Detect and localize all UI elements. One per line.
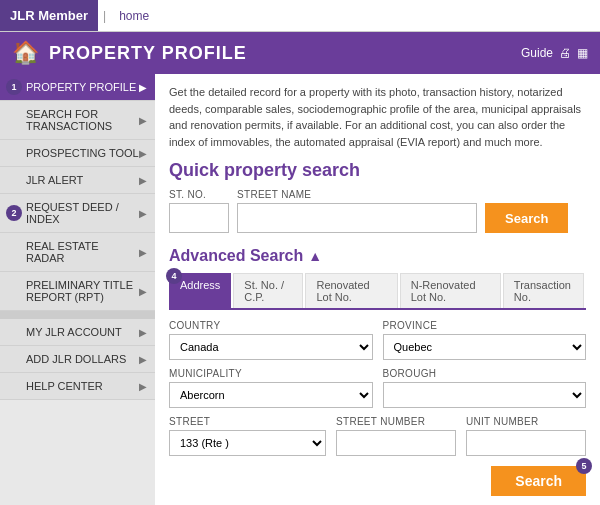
- municipality-label: MUNICIPALITY: [169, 368, 373, 379]
- street-row: STREET 133 (Rte ) STREET NUMBER UNIT NUM…: [169, 416, 586, 456]
- municipality-select[interactable]: Abercorn: [169, 382, 373, 408]
- arrow-icon: ▶: [139, 286, 147, 297]
- country-select[interactable]: Canada: [169, 334, 373, 360]
- borough-label: BOROUGH: [383, 368, 587, 379]
- street-number-label: STREET NUMBER: [336, 416, 456, 427]
- arrow-icon: ▶: [139, 148, 147, 159]
- sidebar-label: ADD JLR DOLLARS: [26, 353, 126, 365]
- tabs-wrapper: 4 Address St. No. / C.P. Renovated Lot N…: [169, 273, 586, 320]
- arrow-icon: ▶: [139, 354, 147, 365]
- sidebar: 1 PROPERTY PROFILE ▶ SEARCH FOR TRANSACT…: [0, 74, 155, 505]
- province-select[interactable]: Quebec: [383, 334, 587, 360]
- arrow-icon: ▶: [139, 247, 147, 258]
- advanced-search-button-label: Search: [515, 473, 562, 489]
- page-title: PROPERTY PROFILE: [49, 43, 521, 64]
- arrow-icon: ▶: [139, 175, 147, 186]
- street-name-label: STREET NAME: [237, 189, 477, 200]
- borough-group: BOROUGH: [383, 368, 587, 408]
- print-icon[interactable]: 🖨: [559, 46, 571, 60]
- quick-search-button[interactable]: Search: [485, 203, 568, 233]
- street-number-input[interactable]: [336, 430, 456, 456]
- sidebar-label: PROPERTY PROFILE: [26, 81, 136, 93]
- header-actions: Guide 🖨 ▦: [521, 46, 588, 60]
- sidebar-item-jlr-alert[interactable]: JLR ALERT ▶: [0, 167, 155, 194]
- grid-icon[interactable]: ▦: [577, 46, 588, 60]
- address-form: COUNTRY Canada PROVINCE Quebec MU: [169, 320, 586, 496]
- tab-st-no-cp-label: St. No. / C.P.: [244, 279, 284, 303]
- street-name-input[interactable]: [237, 203, 477, 233]
- advanced-tabs: 4 Address St. No. / C.P. Renovated Lot N…: [169, 273, 586, 310]
- unit-number-input[interactable]: [466, 430, 586, 456]
- tab-renovated-lot[interactable]: Renovated Lot No.: [305, 273, 397, 308]
- st-no-input[interactable]: [169, 203, 229, 233]
- sidebar-item-property-profile[interactable]: 1 PROPERTY PROFILE ▶: [0, 74, 155, 101]
- description-text: Get the detailed record for a property w…: [169, 84, 586, 150]
- tab-n-renovated-lot[interactable]: N-Renovated Lot No.: [400, 273, 501, 308]
- province-group: PROVINCE Quebec: [383, 320, 587, 360]
- sidebar-item-help-center[interactable]: HELP CENTER ▶: [0, 373, 155, 400]
- search-badge-5: 5: [576, 458, 592, 474]
- tab-badge-4: 4: [166, 268, 182, 284]
- bottom-search-wrap: 5 Search: [169, 466, 586, 496]
- tab-transaction-no[interactable]: Transaction No.: [503, 273, 584, 308]
- street-group: STREET 133 (Rte ): [169, 416, 326, 456]
- sidebar-item-add-dollars[interactable]: ADD JLR DOLLARS ▶: [0, 346, 155, 373]
- street-number-group: STREET NUMBER: [336, 416, 456, 456]
- sidebar-label: SEARCH FOR TRANSACTIONS: [26, 108, 139, 132]
- country-group: COUNTRY Canada: [169, 320, 373, 360]
- app-wrapper: JLR Member | home 🏠 PROPERTY PROFILE Gui…: [0, 0, 600, 505]
- sidebar-item-prospecting[interactable]: PROSPECTING TOOL ▶: [0, 140, 155, 167]
- sidebar-badge-1: 1: [6, 79, 22, 95]
- tab-st-no-cp[interactable]: St. No. / C.P.: [233, 273, 303, 308]
- home-icon: 🏠: [12, 40, 39, 66]
- st-no-group: ST. NO.: [169, 189, 229, 233]
- sidebar-item-search-transactions[interactable]: SEARCH FOR TRANSACTIONS ▶: [0, 101, 155, 140]
- country-province-row: COUNTRY Canada PROVINCE Quebec: [169, 320, 586, 360]
- street-select[interactable]: 133 (Rte ): [169, 430, 326, 456]
- tab-address-label: Address: [180, 279, 220, 291]
- sidebar-spacer: [0, 311, 155, 319]
- unit-number-label: UNIT NUMBER: [466, 416, 586, 427]
- sidebar-label: PRELIMINARY TITLE REPORT (RPT): [26, 279, 139, 303]
- advanced-caret[interactable]: ▲: [308, 248, 322, 264]
- sidebar-item-request-deed[interactable]: 2 REQUEST DEED / INDEX ▶: [0, 194, 155, 233]
- sidebar-label: REAL ESTATE RADAR: [26, 240, 139, 264]
- sidebar-label: HELP CENTER: [26, 380, 103, 392]
- arrow-icon: ▶: [139, 208, 147, 219]
- top-bar: JLR Member | home: [0, 0, 600, 32]
- municipality-borough-row: MUNICIPALITY Abercorn BOROUGH: [169, 368, 586, 408]
- separator: |: [103, 9, 106, 23]
- sidebar-label: JLR ALERT: [26, 174, 83, 186]
- arrow-icon: ▶: [139, 327, 147, 338]
- municipality-group: MUNICIPALITY Abercorn: [169, 368, 373, 408]
- home-link[interactable]: home: [111, 9, 157, 23]
- arrow-icon: ▶: [139, 115, 147, 126]
- country-label: COUNTRY: [169, 320, 373, 331]
- arrow-icon: ▶: [139, 381, 147, 392]
- sidebar-item-my-account[interactable]: MY JLR ACCOUNT ▶: [0, 319, 155, 346]
- sidebar-item-real-estate-radar[interactable]: REAL ESTATE RADAR ▶: [0, 233, 155, 272]
- tab-transaction-no-label: Transaction No.: [514, 279, 571, 303]
- street-name-group: STREET NAME: [237, 189, 477, 233]
- main-body: 1 PROPERTY PROFILE ▶ SEARCH FOR TRANSACT…: [0, 74, 600, 505]
- sidebar-badge-2: 2: [6, 205, 22, 221]
- sidebar-label: MY JLR ACCOUNT: [26, 326, 122, 338]
- brand-logo: JLR Member: [0, 0, 98, 31]
- st-no-label: ST. NO.: [169, 189, 229, 200]
- quick-search-row: ST. NO. STREET NAME Search: [169, 189, 586, 233]
- arrow-icon: ▶: [139, 82, 147, 93]
- brand-name: JLR Member: [10, 8, 88, 23]
- street-label: STREET: [169, 416, 326, 427]
- guide-label[interactable]: Guide: [521, 46, 553, 60]
- province-label: PROVINCE: [383, 320, 587, 331]
- main-content: Get the detailed record for a property w…: [155, 74, 600, 505]
- advanced-search-title: Advanced Search ▲: [169, 247, 586, 265]
- header: 🏠 PROPERTY PROFILE Guide 🖨 ▦: [0, 32, 600, 74]
- quick-search-title: Quick property search: [169, 160, 586, 181]
- borough-select[interactable]: [383, 382, 587, 408]
- unit-number-group: UNIT NUMBER: [466, 416, 586, 456]
- tab-address[interactable]: 4 Address: [169, 273, 231, 308]
- sidebar-label: REQUEST DEED / INDEX: [26, 201, 139, 225]
- advanced-search-button[interactable]: 5 Search: [491, 466, 586, 496]
- sidebar-item-preliminary-title[interactable]: PRELIMINARY TITLE REPORT (RPT) ▶: [0, 272, 155, 311]
